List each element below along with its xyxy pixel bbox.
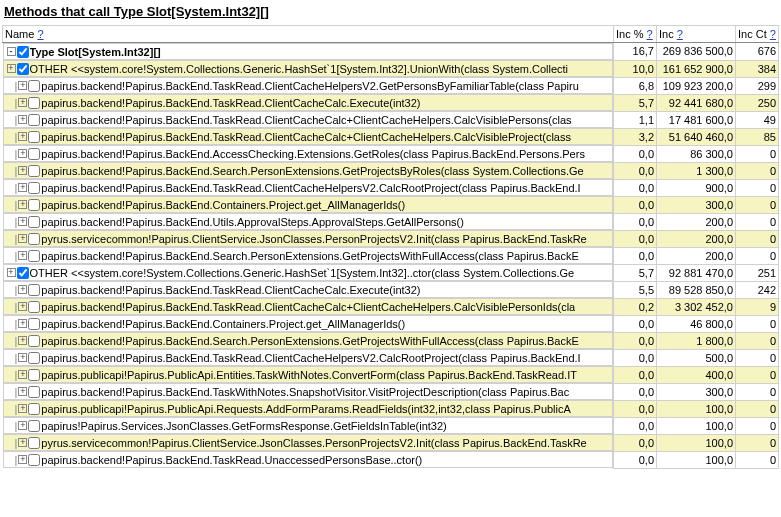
table-row[interactable]: +OTHER <<system.core!System.Collections.… (3, 264, 779, 281)
method-name-cell[interactable]: |+papirus.backend!Papirus.BackEnd.TaskRe… (3, 128, 614, 145)
help-icon[interactable]: ? (647, 28, 653, 40)
help-icon[interactable]: ? (677, 28, 683, 40)
table-row[interactable]: |+papirus.backend!Papirus.BackEnd.Search… (3, 247, 779, 264)
row-checkbox[interactable] (17, 46, 29, 58)
expand-icon[interactable]: + (18, 234, 27, 243)
row-checkbox[interactable] (28, 369, 40, 381)
method-name-cell[interactable]: |+papirus.backend!Papirus.BackEnd.Search… (3, 332, 614, 349)
row-checkbox[interactable] (28, 216, 40, 228)
expand-icon[interactable]: + (18, 115, 27, 124)
expand-icon[interactable]: + (18, 166, 27, 175)
table-row[interactable]: |+papirus.backend!Papirus.BackEnd.TaskWi… (3, 383, 779, 400)
method-name-cell[interactable]: |+papirus.backend!Papirus.BackEnd.TaskRe… (3, 349, 614, 366)
method-name-cell[interactable]: |+papirus.backend!Papirus.BackEnd.Utils.… (3, 213, 614, 230)
method-name-cell[interactable]: |+papirus!Papirus.Services.JsonClasses.G… (3, 417, 614, 434)
expand-icon[interactable]: + (18, 183, 27, 192)
method-name-cell[interactable]: |+papirus.backend!Papirus.BackEnd.TaskRe… (3, 281, 614, 298)
col-incp[interactable]: Inc % ? (614, 26, 657, 43)
row-checkbox[interactable] (28, 352, 40, 364)
table-row[interactable]: -Type Slot[System.Int32][]16,7269 836 50… (3, 43, 779, 61)
table-row[interactable]: |+papirus.backend!Papirus.BackEnd.TaskRe… (3, 77, 779, 94)
row-checkbox[interactable] (28, 148, 40, 160)
table-row[interactable]: |+pyrus.servicecommon!Papirus.ClientServ… (3, 230, 779, 247)
table-row[interactable]: |+papirus.backend!Papirus.BackEnd.TaskRe… (3, 94, 779, 111)
row-checkbox[interactable] (28, 386, 40, 398)
collapse-icon[interactable]: - (7, 47, 16, 56)
col-inc[interactable]: Inc ? (657, 26, 736, 43)
row-checkbox[interactable] (28, 199, 40, 211)
method-name-cell[interactable]: +OTHER <<system.core!System.Collections.… (3, 264, 614, 281)
expand-icon[interactable]: + (18, 387, 27, 396)
method-name-cell[interactable]: |+papirus.backend!Papirus.BackEnd.TaskWi… (3, 383, 614, 400)
table-row[interactable]: |+papirus.backend!Papirus.BackEnd.TaskRe… (3, 281, 779, 298)
expand-icon[interactable]: + (18, 336, 27, 345)
method-name-cell[interactable]: |+papirus.backend!Papirus.BackEnd.TaskRe… (3, 77, 614, 94)
table-row[interactable]: |+papirus.backend!Papirus.BackEnd.TaskRe… (3, 451, 779, 468)
table-row[interactable]: |+papirus.backend!Papirus.BackEnd.Access… (3, 145, 779, 162)
table-row[interactable]: |+papirus.publicapi!Papirus.PublicApi.Re… (3, 400, 779, 417)
row-checkbox[interactable] (28, 97, 40, 109)
row-checkbox[interactable] (28, 454, 40, 466)
help-icon[interactable]: ? (37, 28, 43, 40)
expand-icon[interactable]: + (18, 200, 27, 209)
row-checkbox[interactable] (28, 114, 40, 126)
table-row[interactable]: |+papirus.publicapi!Papirus.PublicApi.En… (3, 366, 779, 383)
table-row[interactable]: |+pyrus.servicecommon!Papirus.ClientServ… (3, 434, 779, 451)
row-checkbox[interactable] (17, 63, 29, 75)
row-checkbox[interactable] (17, 267, 29, 279)
table-row[interactable]: |+papirus.backend!Papirus.BackEnd.Contai… (3, 315, 779, 332)
row-checkbox[interactable] (28, 301, 40, 313)
method-name-cell[interactable]: |+papirus.backend!Papirus.BackEnd.Contai… (3, 315, 614, 332)
col-name[interactable]: Name ? (3, 26, 614, 43)
table-row[interactable]: +OTHER <<system.core!System.Collections.… (3, 60, 779, 77)
table-row[interactable]: |+papirus.backend!Papirus.BackEnd.Utils.… (3, 213, 779, 230)
row-checkbox[interactable] (28, 131, 40, 143)
table-row[interactable]: |+papirus.backend!Papirus.BackEnd.Search… (3, 332, 779, 349)
row-checkbox[interactable] (28, 284, 40, 296)
help-icon[interactable]: ? (770, 28, 776, 40)
method-name-cell[interactable]: |+papirus.backend!Papirus.BackEnd.TaskRe… (3, 298, 614, 315)
method-name-cell[interactable]: |+papirus.publicapi!Papirus.PublicApi.En… (3, 366, 614, 383)
table-row[interactable]: |+papirus.backend!Papirus.BackEnd.TaskRe… (3, 111, 779, 128)
expand-icon[interactable]: + (18, 285, 27, 294)
row-checkbox[interactable] (28, 335, 40, 347)
row-checkbox[interactable] (28, 420, 40, 432)
expand-icon[interactable]: + (18, 149, 27, 158)
row-checkbox[interactable] (28, 182, 40, 194)
row-checkbox[interactable] (28, 80, 40, 92)
row-checkbox[interactable] (28, 233, 40, 245)
expand-icon[interactable]: + (18, 217, 27, 226)
expand-icon[interactable]: + (18, 319, 27, 328)
method-name-cell[interactable]: +OTHER <<system.core!System.Collections.… (3, 60, 614, 77)
table-row[interactable]: |+papirus.backend!Papirus.BackEnd.TaskRe… (3, 179, 779, 196)
expand-icon[interactable]: + (18, 302, 27, 311)
col-ct[interactable]: Inc Ct ? (736, 26, 779, 43)
table-row[interactable]: |+papirus.backend!Papirus.BackEnd.TaskRe… (3, 128, 779, 145)
method-name-cell[interactable]: |+pyrus.servicecommon!Papirus.ClientServ… (3, 230, 614, 247)
row-checkbox[interactable] (28, 403, 40, 415)
expand-icon[interactable]: + (18, 98, 27, 107)
expand-icon[interactable]: + (18, 132, 27, 141)
method-name-cell[interactable]: |+papirus.backend!Papirus.BackEnd.TaskRe… (3, 111, 614, 128)
method-name-cell[interactable]: |+papirus.backend!Papirus.BackEnd.Access… (3, 145, 614, 162)
expand-icon[interactable]: + (18, 438, 27, 447)
method-name-cell[interactable]: |+papirus.backend!Papirus.BackEnd.TaskRe… (3, 179, 614, 196)
method-name-cell[interactable]: |+papirus.backend!Papirus.BackEnd.Search… (3, 247, 614, 264)
method-name-cell[interactable]: -Type Slot[System.Int32][] (3, 43, 614, 60)
row-checkbox[interactable] (28, 437, 40, 449)
method-name-cell[interactable]: |+papirus.backend!Papirus.BackEnd.Contai… (3, 196, 614, 213)
table-row[interactable]: |+papirus.backend!Papirus.BackEnd.Contai… (3, 196, 779, 213)
row-checkbox[interactable] (28, 318, 40, 330)
table-row[interactable]: |+papirus.backend!Papirus.BackEnd.Search… (3, 162, 779, 179)
expand-icon[interactable]: + (7, 64, 16, 73)
expand-icon[interactable]: + (18, 81, 27, 90)
expand-icon[interactable]: + (18, 455, 27, 464)
row-checkbox[interactable] (28, 165, 40, 177)
expand-icon[interactable]: + (18, 421, 27, 430)
table-row[interactable]: |+papirus.backend!Papirus.BackEnd.TaskRe… (3, 298, 779, 315)
expand-icon[interactable]: + (7, 268, 16, 277)
table-row[interactable]: |+papirus.backend!Papirus.BackEnd.TaskRe… (3, 349, 779, 366)
row-checkbox[interactable] (28, 250, 40, 262)
method-name-cell[interactable]: |+papirus.backend!Papirus.BackEnd.Search… (3, 162, 614, 179)
method-name-cell[interactable]: |+papirus.backend!Papirus.BackEnd.TaskRe… (3, 451, 614, 468)
